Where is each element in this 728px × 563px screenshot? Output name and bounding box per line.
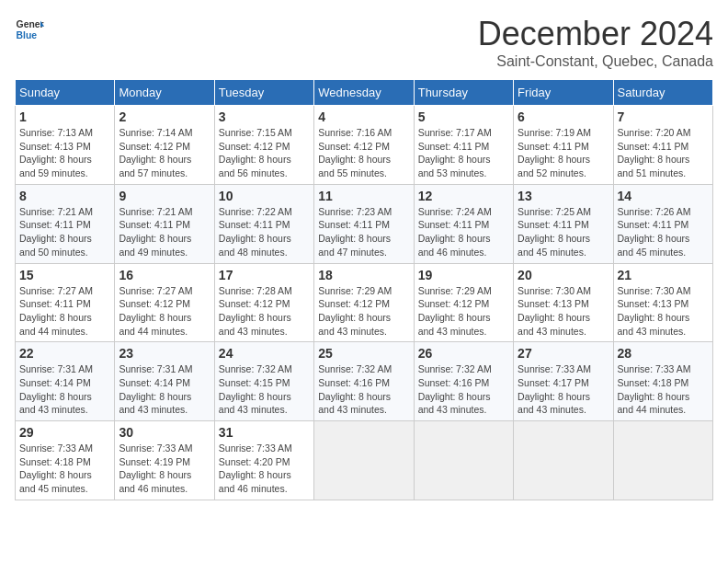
day-number: 19: [418, 268, 509, 282]
day-number: 24: [219, 346, 310, 361]
calendar-week-row: 15Sunrise: 7:27 AM Sunset: 4:11 PM Dayli…: [16, 263, 713, 342]
calendar-day-cell: 12Sunrise: 7:24 AM Sunset: 4:11 PM Dayli…: [414, 184, 513, 263]
page-subtitle: Saint-Constant, Quebec, Canada: [478, 53, 713, 70]
day-number: 13: [518, 189, 609, 203]
title-block: December 2024 Saint-Constant, Quebec, Ca…: [478, 15, 713, 70]
day-number: 30: [119, 425, 210, 440]
calendar-day-cell: 2Sunrise: 7:14 AM Sunset: 4:12 PM Daylig…: [115, 106, 214, 185]
logo-icon: General Blue: [15, 15, 44, 44]
header-tuesday: Tuesday: [214, 80, 313, 106]
day-info: Sunrise: 7:17 AM Sunset: 4:11 PM Dayligh…: [418, 126, 509, 180]
calendar-day-cell: 16Sunrise: 7:27 AM Sunset: 4:12 PM Dayli…: [115, 263, 214, 342]
day-number: 16: [119, 268, 210, 282]
calendar-day-cell: 3Sunrise: 7:15 AM Sunset: 4:12 PM Daylig…: [214, 106, 313, 185]
day-number: 4: [318, 109, 409, 124]
calendar-day-cell: 31Sunrise: 7:33 AM Sunset: 4:20 PM Dayli…: [214, 421, 313, 500]
calendar-day-cell: 18Sunrise: 7:29 AM Sunset: 4:12 PM Dayli…: [314, 263, 414, 342]
calendar-day-cell: 26Sunrise: 7:32 AM Sunset: 4:16 PM Dayli…: [414, 342, 513, 421]
day-info: Sunrise: 7:32 AM Sunset: 4:16 PM Dayligh…: [418, 362, 509, 417]
day-info: Sunrise: 7:29 AM Sunset: 4:12 PM Dayligh…: [318, 284, 409, 339]
day-info: Sunrise: 7:23 AM Sunset: 4:11 PM Dayligh…: [318, 205, 409, 259]
page-container: General Blue General Blue December 2024 …: [15, 15, 713, 500]
day-info: Sunrise: 7:22 AM Sunset: 4:11 PM Dayligh…: [219, 205, 310, 259]
day-number: 20: [518, 268, 609, 282]
day-info: Sunrise: 7:33 AM Sunset: 4:19 PM Dayligh…: [119, 442, 210, 496]
calendar-week-row: 22Sunrise: 7:31 AM Sunset: 4:14 PM Dayli…: [16, 342, 713, 421]
header-monday: Monday: [115, 80, 214, 106]
calendar-day-cell: 13Sunrise: 7:25 AM Sunset: 4:11 PM Dayli…: [514, 184, 613, 263]
weekday-header-row: Sunday Monday Tuesday Wednesday Thursday…: [16, 80, 713, 106]
day-info: Sunrise: 7:33 AM Sunset: 4:20 PM Dayligh…: [219, 442, 310, 496]
calendar-day-cell: 28Sunrise: 7:33 AM Sunset: 4:18 PM Dayli…: [613, 342, 712, 421]
day-info: Sunrise: 7:13 AM Sunset: 4:13 PM Dayligh…: [19, 126, 110, 180]
calendar-day-cell: 4Sunrise: 7:16 AM Sunset: 4:12 PM Daylig…: [314, 106, 414, 185]
calendar-day-cell: 7Sunrise: 7:20 AM Sunset: 4:11 PM Daylig…: [613, 106, 712, 185]
day-number: 25: [318, 346, 409, 361]
calendar-day-cell: 25Sunrise: 7:32 AM Sunset: 4:16 PM Dayli…: [314, 342, 414, 421]
svg-text:Blue: Blue: [17, 30, 38, 40]
calendar-day-cell: 27Sunrise: 7:33 AM Sunset: 4:17 PM Dayli…: [514, 342, 613, 421]
calendar-day-cell: 24Sunrise: 7:32 AM Sunset: 4:15 PM Dayli…: [214, 342, 313, 421]
calendar-day-cell: [314, 421, 414, 500]
calendar-day-cell: 15Sunrise: 7:27 AM Sunset: 4:11 PM Dayli…: [16, 263, 115, 342]
calendar-day-cell: 1Sunrise: 7:13 AM Sunset: 4:13 PM Daylig…: [16, 106, 115, 185]
day-number: 10: [219, 189, 310, 203]
day-number: 11: [318, 189, 409, 203]
day-info: Sunrise: 7:16 AM Sunset: 4:12 PM Dayligh…: [318, 126, 409, 180]
page-title: December 2024: [478, 15, 713, 53]
header: General Blue General Blue December 2024 …: [15, 15, 713, 70]
day-number: 29: [19, 425, 110, 440]
day-info: Sunrise: 7:28 AM Sunset: 4:12 PM Dayligh…: [219, 284, 310, 339]
day-info: Sunrise: 7:21 AM Sunset: 4:11 PM Dayligh…: [19, 205, 110, 259]
day-number: 12: [418, 189, 509, 203]
calendar-week-row: 1Sunrise: 7:13 AM Sunset: 4:13 PM Daylig…: [16, 106, 713, 185]
header-saturday: Saturday: [613, 80, 712, 106]
day-number: 27: [518, 346, 609, 361]
day-info: Sunrise: 7:19 AM Sunset: 4:11 PM Dayligh…: [518, 126, 609, 180]
day-info: Sunrise: 7:15 AM Sunset: 4:12 PM Dayligh…: [219, 126, 310, 180]
day-number: 15: [19, 268, 110, 282]
calendar-day-cell: 30Sunrise: 7:33 AM Sunset: 4:19 PM Dayli…: [115, 421, 214, 500]
calendar-week-row: 8Sunrise: 7:21 AM Sunset: 4:11 PM Daylig…: [16, 184, 713, 263]
day-info: Sunrise: 7:33 AM Sunset: 4:17 PM Dayligh…: [518, 362, 609, 417]
day-number: 6: [518, 109, 609, 124]
day-number: 3: [219, 109, 310, 124]
calendar-day-cell: [613, 421, 712, 500]
day-number: 5: [418, 109, 509, 124]
calendar-week-row: 29Sunrise: 7:33 AM Sunset: 4:18 PM Dayli…: [16, 421, 713, 500]
calendar-day-cell: 23Sunrise: 7:31 AM Sunset: 4:14 PM Dayli…: [115, 342, 214, 421]
calendar-day-cell: 8Sunrise: 7:21 AM Sunset: 4:11 PM Daylig…: [16, 184, 115, 263]
day-number: 26: [418, 346, 509, 361]
header-sunday: Sunday: [16, 80, 115, 106]
calendar-day-cell: 9Sunrise: 7:21 AM Sunset: 4:11 PM Daylig…: [115, 184, 214, 263]
calendar-day-cell: 29Sunrise: 7:33 AM Sunset: 4:18 PM Dayli…: [16, 421, 115, 500]
day-info: Sunrise: 7:32 AM Sunset: 4:15 PM Dayligh…: [219, 362, 310, 417]
day-number: 8: [19, 189, 110, 203]
header-friday: Friday: [514, 80, 613, 106]
calendar-day-cell: 6Sunrise: 7:19 AM Sunset: 4:11 PM Daylig…: [514, 106, 613, 185]
day-number: 28: [618, 346, 709, 361]
day-info: Sunrise: 7:25 AM Sunset: 4:11 PM Dayligh…: [518, 205, 609, 259]
day-number: 9: [119, 189, 210, 203]
day-info: Sunrise: 7:32 AM Sunset: 4:16 PM Dayligh…: [318, 362, 409, 417]
day-info: Sunrise: 7:29 AM Sunset: 4:12 PM Dayligh…: [418, 284, 509, 339]
day-number: 2: [119, 109, 210, 124]
calendar-day-cell: 10Sunrise: 7:22 AM Sunset: 4:11 PM Dayli…: [214, 184, 313, 263]
calendar-day-cell: 11Sunrise: 7:23 AM Sunset: 4:11 PM Dayli…: [314, 184, 414, 263]
day-info: Sunrise: 7:14 AM Sunset: 4:12 PM Dayligh…: [119, 126, 210, 180]
calendar-day-cell: 21Sunrise: 7:30 AM Sunset: 4:13 PM Dayli…: [613, 263, 712, 342]
day-number: 21: [618, 268, 709, 282]
day-info: Sunrise: 7:31 AM Sunset: 4:14 PM Dayligh…: [19, 362, 110, 417]
day-info: Sunrise: 7:20 AM Sunset: 4:11 PM Dayligh…: [618, 126, 709, 180]
day-info: Sunrise: 7:24 AM Sunset: 4:11 PM Dayligh…: [418, 205, 509, 259]
calendar-day-cell: 5Sunrise: 7:17 AM Sunset: 4:11 PM Daylig…: [414, 106, 513, 185]
day-number: 1: [19, 109, 110, 124]
svg-text:General: General: [17, 19, 44, 29]
day-number: 23: [119, 346, 210, 361]
day-info: Sunrise: 7:27 AM Sunset: 4:11 PM Dayligh…: [19, 284, 110, 339]
day-number: 18: [318, 268, 409, 282]
calendar-day-cell: 22Sunrise: 7:31 AM Sunset: 4:14 PM Dayli…: [16, 342, 115, 421]
day-number: 17: [219, 268, 310, 282]
calendar-day-cell: 17Sunrise: 7:28 AM Sunset: 4:12 PM Dayli…: [214, 263, 313, 342]
day-info: Sunrise: 7:27 AM Sunset: 4:12 PM Dayligh…: [119, 284, 210, 339]
